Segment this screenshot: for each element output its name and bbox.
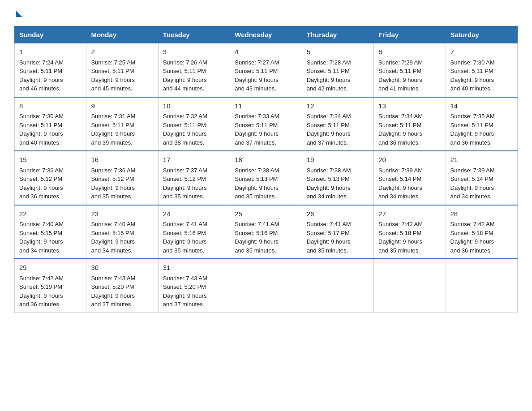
day-number: 22 xyxy=(19,209,82,219)
calendar-day-cell: 29Sunrise: 7:42 AMSunset: 5:19 PMDayligh… xyxy=(15,259,86,313)
weekday-header-wednesday: Wednesday xyxy=(230,26,302,43)
calendar-day-cell: 16Sunrise: 7:36 AMSunset: 5:12 PMDayligh… xyxy=(86,151,158,205)
calendar-day-cell: 28Sunrise: 7:42 AMSunset: 5:18 PMDayligh… xyxy=(446,205,517,259)
calendar-day-cell: 24Sunrise: 7:41 AMSunset: 5:16 PMDayligh… xyxy=(158,205,230,259)
day-number: 5 xyxy=(307,47,369,57)
calendar-week-row: 29Sunrise: 7:42 AMSunset: 5:19 PMDayligh… xyxy=(15,259,518,313)
calendar-day-cell: 21Sunrise: 7:39 AMSunset: 5:14 PMDayligh… xyxy=(446,151,517,205)
day-number: 3 xyxy=(163,47,225,57)
day-number: 12 xyxy=(307,101,369,111)
calendar-table: SundayMondayTuesdayWednesdayThursdayFrid… xyxy=(14,26,518,313)
weekday-header-sunday: Sunday xyxy=(15,26,86,43)
calendar-day-cell: 9Sunrise: 7:31 AMSunset: 5:11 PMDaylight… xyxy=(86,97,158,151)
calendar-day-cell: 12Sunrise: 7:34 AMSunset: 5:11 PMDayligh… xyxy=(302,97,373,151)
calendar-body: 1Sunrise: 7:24 AMSunset: 5:11 PMDaylight… xyxy=(15,43,518,313)
empty-day-cell xyxy=(374,259,446,313)
day-number: 9 xyxy=(91,101,153,111)
calendar-week-row: 8Sunrise: 7:30 AMSunset: 5:11 PMDaylight… xyxy=(15,97,518,151)
day-number: 28 xyxy=(450,209,513,219)
empty-day-cell xyxy=(230,259,302,313)
day-number: 4 xyxy=(235,47,297,57)
calendar-day-cell: 3Sunrise: 7:26 AMSunset: 5:11 PMDaylight… xyxy=(158,43,230,97)
day-number: 18 xyxy=(235,155,297,165)
calendar-day-cell: 27Sunrise: 7:42 AMSunset: 5:18 PMDayligh… xyxy=(374,205,446,259)
calendar-day-cell: 31Sunrise: 7:43 AMSunset: 5:20 PMDayligh… xyxy=(158,259,230,313)
calendar-day-cell: 11Sunrise: 7:33 AMSunset: 5:11 PMDayligh… xyxy=(230,97,302,151)
day-number: 15 xyxy=(19,155,82,165)
calendar-day-cell: 20Sunrise: 7:39 AMSunset: 5:14 PMDayligh… xyxy=(374,151,446,205)
calendar-day-cell: 6Sunrise: 7:29 AMSunset: 5:11 PMDaylight… xyxy=(374,43,446,97)
day-number: 13 xyxy=(378,101,441,111)
day-number: 1 xyxy=(19,47,82,57)
calendar-header: SundayMondayTuesdayWednesdayThursdayFrid… xyxy=(15,26,518,43)
calendar-day-cell: 4Sunrise: 7:27 AMSunset: 5:11 PMDaylight… xyxy=(230,43,302,97)
day-number: 21 xyxy=(450,155,513,165)
day-number: 29 xyxy=(19,263,82,273)
day-number: 6 xyxy=(378,47,441,57)
day-number: 11 xyxy=(235,101,297,111)
day-number: 26 xyxy=(307,209,369,219)
calendar-day-cell: 25Sunrise: 7:41 AMSunset: 5:16 PMDayligh… xyxy=(230,205,302,259)
calendar-day-cell: 23Sunrise: 7:40 AMSunset: 5:15 PMDayligh… xyxy=(86,205,158,259)
day-number: 10 xyxy=(163,101,225,111)
calendar-day-cell: 1Sunrise: 7:24 AMSunset: 5:11 PMDaylight… xyxy=(15,43,86,97)
calendar-day-cell: 19Sunrise: 7:38 AMSunset: 5:13 PMDayligh… xyxy=(302,151,373,205)
day-number: 19 xyxy=(307,155,369,165)
weekday-header-thursday: Thursday xyxy=(302,26,373,43)
calendar-week-row: 1Sunrise: 7:24 AMSunset: 5:11 PMDaylight… xyxy=(15,43,518,97)
weekday-header-tuesday: Tuesday xyxy=(158,26,230,43)
logo-triangle-icon xyxy=(16,11,22,17)
weekday-header-saturday: Saturday xyxy=(446,26,517,43)
day-number: 27 xyxy=(378,209,441,219)
weekday-header-row: SundayMondayTuesdayWednesdayThursdayFrid… xyxy=(15,26,518,43)
day-number: 14 xyxy=(450,101,513,111)
calendar-day-cell: 18Sunrise: 7:38 AMSunset: 5:13 PMDayligh… xyxy=(230,151,302,205)
calendar-day-cell: 22Sunrise: 7:40 AMSunset: 5:15 PMDayligh… xyxy=(15,205,86,259)
day-number: 31 xyxy=(163,263,225,273)
day-number: 2 xyxy=(91,47,153,57)
calendar-day-cell: 17Sunrise: 7:37 AMSunset: 5:12 PMDayligh… xyxy=(158,151,230,205)
day-number: 30 xyxy=(91,263,153,273)
empty-day-cell xyxy=(446,259,517,313)
day-number: 7 xyxy=(450,47,513,57)
calendar-week-row: 15Sunrise: 7:36 AMSunset: 5:12 PMDayligh… xyxy=(15,151,518,205)
calendar-day-cell: 8Sunrise: 7:30 AMSunset: 5:11 PMDaylight… xyxy=(15,97,86,151)
calendar-day-cell: 2Sunrise: 7:25 AMSunset: 5:11 PMDaylight… xyxy=(86,43,158,97)
day-number: 24 xyxy=(163,209,225,219)
calendar-day-cell: 13Sunrise: 7:34 AMSunset: 5:11 PMDayligh… xyxy=(374,97,446,151)
day-number: 8 xyxy=(19,101,82,111)
day-number: 20 xyxy=(378,155,441,165)
empty-day-cell xyxy=(302,259,373,313)
weekday-header-monday: Monday xyxy=(86,26,158,43)
calendar-week-row: 22Sunrise: 7:40 AMSunset: 5:15 PMDayligh… xyxy=(15,205,518,259)
calendar-day-cell: 30Sunrise: 7:43 AMSunset: 5:20 PMDayligh… xyxy=(86,259,158,313)
weekday-header-friday: Friday xyxy=(374,26,446,43)
day-number: 17 xyxy=(163,155,225,165)
day-number: 23 xyxy=(91,209,153,219)
calendar-day-cell: 5Sunrise: 7:28 AMSunset: 5:11 PMDaylight… xyxy=(302,43,373,97)
calendar-day-cell: 26Sunrise: 7:41 AMSunset: 5:17 PMDayligh… xyxy=(302,205,373,259)
day-number: 16 xyxy=(91,155,153,165)
header xyxy=(14,11,518,18)
day-number: 25 xyxy=(235,209,297,219)
calendar-day-cell: 15Sunrise: 7:36 AMSunset: 5:12 PMDayligh… xyxy=(15,151,86,205)
calendar-day-cell: 14Sunrise: 7:35 AMSunset: 5:11 PMDayligh… xyxy=(446,97,517,151)
logo xyxy=(14,11,22,18)
calendar-day-cell: 7Sunrise: 7:30 AMSunset: 5:11 PMDaylight… xyxy=(446,43,517,97)
calendar-day-cell: 10Sunrise: 7:32 AMSunset: 5:11 PMDayligh… xyxy=(158,97,230,151)
